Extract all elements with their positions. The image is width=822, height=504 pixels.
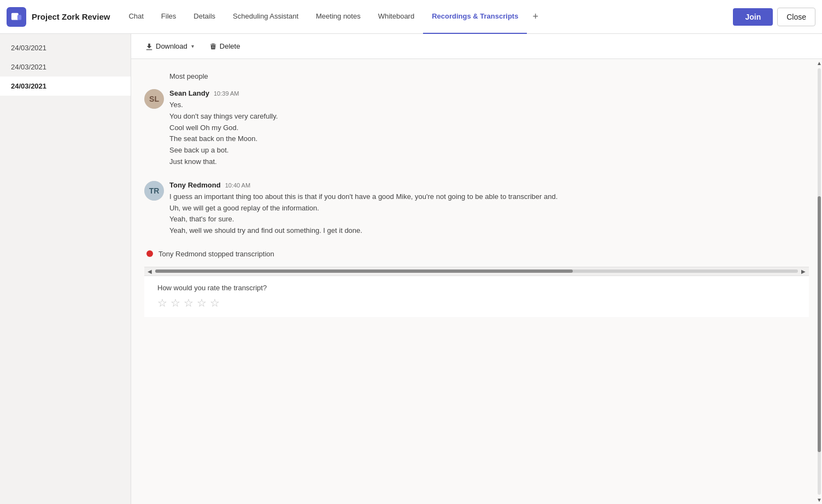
rating-area: How would you rate the transcript? ☆ ☆ ☆… bbox=[144, 276, 809, 317]
tab-chat[interactable]: Chat bbox=[120, 0, 152, 34]
message-header-tony: Tony Redmond 10:40 AM bbox=[169, 181, 809, 189]
v-scroll-thumb[interactable] bbox=[818, 196, 821, 452]
h-scroll-thumb[interactable] bbox=[155, 269, 573, 273]
message-line-tony-3: Yeah, that's for sure. bbox=[169, 214, 809, 225]
stopped-block: Tony Redmond stopped transcription bbox=[144, 250, 809, 258]
toolbar: Download ▾ Delete bbox=[131, 34, 822, 59]
star-3[interactable]: ☆ bbox=[184, 296, 193, 309]
v-scroll-track[interactable] bbox=[818, 68, 821, 495]
h-scroll-track[interactable] bbox=[155, 269, 798, 273]
top-bar: Project Zork Review Chat Files Details S… bbox=[0, 0, 822, 34]
download-chevron-icon: ▾ bbox=[191, 43, 194, 49]
transcript-outer: Most people SL Sean Landy 10:39 AM Yes. … bbox=[131, 59, 822, 504]
delete-button[interactable]: Delete bbox=[204, 39, 246, 53]
message-body-tony: Tony Redmond 10:40 AM I guess an importa… bbox=[169, 181, 809, 237]
delete-label: Delete bbox=[220, 42, 240, 50]
sidebar-item-date1[interactable]: 24/03/2021 bbox=[0, 38, 131, 57]
message-body-sean: Sean Landy 10:39 AM Yes. You don't say t… bbox=[169, 89, 809, 168]
h-scroll-right-arrow[interactable]: ▶ bbox=[800, 268, 807, 274]
h-scroll-left-arrow[interactable]: ◀ bbox=[146, 268, 153, 274]
message-header-sean: Sean Landy 10:39 AM bbox=[169, 89, 809, 97]
horizontal-scrollbar[interactable]: ◀ ▶ bbox=[144, 267, 809, 276]
message-line-sean-1: Yes. bbox=[169, 99, 809, 111]
star-5[interactable]: ☆ bbox=[210, 296, 220, 309]
message-time-sean: 10:39 AM bbox=[214, 90, 239, 97]
tab-scheduling[interactable]: Scheduling Assistant bbox=[224, 0, 307, 34]
download-button[interactable]: Download ▾ bbox=[140, 39, 199, 53]
sender-name-sean: Sean Landy bbox=[169, 89, 209, 97]
stopped-text: Tony Redmond stopped transcription bbox=[158, 250, 274, 258]
red-dot-icon bbox=[146, 250, 153, 257]
v-scroll-down-arrow[interactable]: ▼ bbox=[817, 496, 822, 504]
tab-details[interactable]: Details bbox=[185, 0, 224, 34]
most-people-text: Most people bbox=[169, 68, 809, 89]
message-line-sean-6: Just know that. bbox=[169, 156, 809, 168]
star-2[interactable]: ☆ bbox=[171, 296, 180, 309]
content-area: Download ▾ Delete Most people SL bbox=[131, 34, 822, 504]
message-line-sean-4: The seat back on the Moon. bbox=[169, 133, 809, 145]
message-line-sean-3: Cool well Oh my God. bbox=[169, 122, 809, 134]
sender-name-tony: Tony Redmond bbox=[169, 181, 221, 189]
meeting-title: Project Zork Review bbox=[32, 12, 110, 21]
avatar-face-tony: TR bbox=[144, 181, 164, 201]
tab-recordings[interactable]: Recordings & Transcripts bbox=[423, 0, 527, 34]
star-4[interactable]: ☆ bbox=[197, 296, 207, 309]
message-time-tony: 10:40 AM bbox=[225, 182, 250, 189]
close-button[interactable]: Close bbox=[777, 8, 815, 26]
message-block-tony: TR Tony Redmond 10:40 AM I guess an impo… bbox=[144, 181, 809, 237]
avatar-tony: TR bbox=[144, 181, 164, 201]
join-button[interactable]: Join bbox=[733, 8, 773, 26]
main-layout: 24/03/2021 24/03/2021 24/03/2021 Downloa… bbox=[0, 34, 822, 504]
message-line-sean-2: You don't say things very carefully. bbox=[169, 111, 809, 122]
avatar-sean: SL bbox=[144, 89, 164, 109]
download-icon bbox=[145, 43, 153, 50]
transcript-scroll[interactable]: Most people SL Sean Landy 10:39 AM Yes. … bbox=[131, 59, 822, 504]
message-line-tony-4: Yeah, well we should try and find out so… bbox=[169, 225, 809, 237]
delete-icon bbox=[209, 43, 217, 50]
h-scroll-inner: ◀ ▶ bbox=[146, 268, 807, 274]
vertical-scrollbar[interactable]: ▲ ▼ bbox=[817, 59, 822, 504]
sidebar-item-date3[interactable]: 24/03/2021 bbox=[0, 77, 131, 96]
message-line-sean-5: See back up a bot. bbox=[169, 145, 809, 156]
avatar-face-sean: SL bbox=[144, 89, 164, 109]
sidebar: 24/03/2021 24/03/2021 24/03/2021 bbox=[0, 34, 131, 504]
svg-rect-1 bbox=[17, 15, 21, 20]
teams-logo-icon bbox=[10, 11, 22, 23]
download-label: Download bbox=[156, 42, 187, 50]
svg-rect-0 bbox=[11, 13, 19, 20]
app-icon bbox=[7, 7, 26, 27]
tab-whiteboard[interactable]: Whiteboard bbox=[369, 0, 423, 34]
tab-meeting-notes[interactable]: Meeting notes bbox=[307, 0, 369, 34]
add-tab-button[interactable]: + bbox=[527, 0, 544, 34]
message-line-tony-2: Uh, we will get a good replay of the inf… bbox=[169, 203, 809, 214]
tab-files[interactable]: Files bbox=[152, 0, 185, 34]
v-scroll-up-arrow[interactable]: ▲ bbox=[817, 59, 822, 67]
rating-question: How would you rate the transcript? bbox=[157, 284, 796, 292]
stars-container: ☆ ☆ ☆ ☆ ☆ bbox=[157, 296, 796, 309]
message-line-tony-1: I guess an important thing too about thi… bbox=[169, 191, 809, 203]
nav-tabs: Chat Files Details Scheduling Assistant … bbox=[120, 0, 733, 34]
star-1[interactable]: ☆ bbox=[157, 296, 167, 309]
message-block-sean: SL Sean Landy 10:39 AM Yes. You don't sa… bbox=[144, 89, 809, 168]
sidebar-item-date2[interactable]: 24/03/2021 bbox=[0, 57, 131, 77]
nav-right-actions: Join Close bbox=[733, 8, 815, 26]
